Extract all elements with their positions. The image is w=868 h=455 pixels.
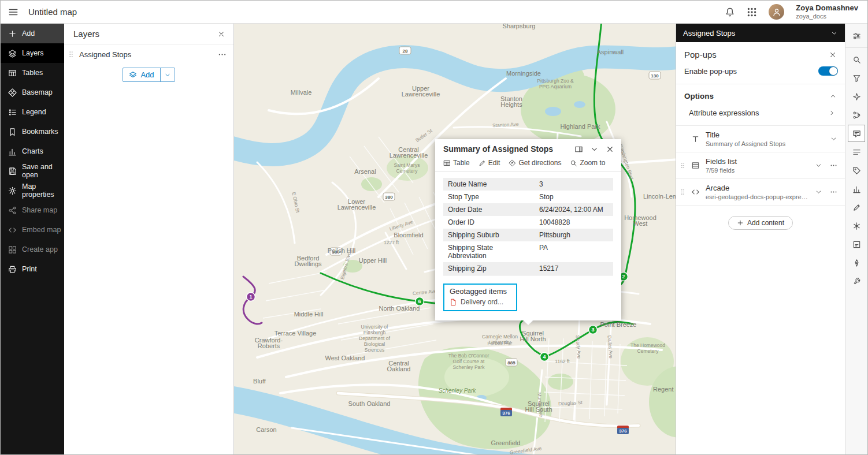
notifications-bell-icon[interactable] [725,7,735,17]
map-canvas[interactable]: 28130380380885376376 SharpsburgAspinwall… [234,24,677,454]
popup-action-label: Zoom to [580,159,605,167]
popup-close-icon[interactable] [606,145,614,154]
layer-context-header[interactable]: Assigned Stops [676,24,845,42]
layers-icon [8,49,17,58]
popup-field-row: Route Name3 [443,178,613,191]
tool-filter-icon[interactable] [848,69,865,87]
popup-content-item-arcade[interactable]: Arcadeesri-geotagged-docs-popup-expressi… [676,179,845,206]
pencil-icon [478,159,486,167]
sidebar-item-legend[interactable]: Legend [1,102,64,122]
app-icon [8,245,17,254]
popup-content-item-fields-list[interactable]: Fields list7/59 fields [676,152,845,179]
stop-marker-6[interactable]: 6 [416,297,424,306]
chevron-right-icon [828,109,836,117]
sidebar-item-map-properties[interactable]: Map properties [1,181,64,200]
item-options-ellipsis-icon[interactable] [827,162,840,169]
app-launcher-grid-icon[interactable] [747,7,757,17]
chevron-down-icon[interactable] [827,135,840,143]
sidebar-item-print[interactable]: Print [1,259,64,279]
add-layer-dropdown-chevron-icon[interactable] [161,68,175,81]
sidebar-item-layers[interactable]: Layers [1,43,64,63]
tool-utilities-icon[interactable] [848,273,865,290]
drag-handle-icon[interactable] [679,188,687,196]
popup-action-edit[interactable]: Edit [478,159,500,167]
item-options-ellipsis-icon[interactable] [827,188,840,196]
content-item-label: Arcade [706,184,810,192]
tool-charts-icon[interactable] [848,180,865,197]
road-label: Centre Ave [412,288,437,296]
tool-labels-icon[interactable] [848,162,865,179]
document-icon [450,299,457,306]
chevron-down-icon[interactable] [812,162,825,169]
top-bar: Untitled map Zoya Domashnev zoya_docs [1,1,867,24]
sidebar-item-basemap[interactable]: Basemap [1,83,64,102]
popups-panel-title: Pop-ups [684,50,717,59]
field-value: 15217 [535,262,613,275]
tool-sketch-icon[interactable] [848,199,865,216]
sidebar-item-share-map: Share map [1,200,64,220]
layers-panel-close-icon[interactable] [217,30,225,38]
stop-marker-4[interactable]: 4 [540,353,549,361]
layer-options-ellipsis-icon[interactable] [218,50,227,59]
sidebar-item-add[interactable]: Add [1,24,64,43]
tool-aggregation-icon[interactable] [848,106,865,124]
sidebar-item-label: Bookmarks [22,128,58,136]
popup-collapse-chevron-icon[interactable] [590,145,599,154]
hamburger-menu-icon[interactable] [1,1,26,24]
enable-popups-toggle[interactable] [818,66,838,76]
sidebar-item-label: Add [22,29,35,38]
sidebar-item-charts[interactable]: Charts [1,141,64,161]
drag-handle-icon[interactable] [679,162,687,169]
popup-title: Summary of Assigned Stops [443,144,574,154]
layer-row-assigned-stops[interactable]: Assigned Stops [64,44,233,64]
geotagged-item-link[interactable]: Delivery ord... [450,298,511,306]
options-section-header[interactable]: Options [676,84,845,105]
tool-pop-ups-icon[interactable] [848,125,865,142]
field-label: Shipping Zip [443,262,535,275]
popups-panel-close-icon[interactable] [829,51,837,59]
popup-dock-icon[interactable] [574,145,583,154]
add-content-button[interactable]: Add content [728,216,793,230]
tool-forms-icon[interactable] [848,236,865,253]
sidebar-item-tables[interactable]: Tables [1,63,64,83]
tool-effects-icon[interactable] [848,88,865,105]
sidebar-item-bookmarks[interactable]: Bookmarks [1,122,64,141]
map-label: Lincoln-Leming... [643,193,677,200]
popup-field-row: Stop TypeStop [443,191,613,203]
title-T-icon [689,135,702,143]
attribute-expressions-row[interactable]: Attribute expressions [676,105,845,126]
tool-analysis-icon[interactable] [848,217,865,234]
add-layer-button-label: Add [140,70,154,79]
add-content-label: Add content [747,219,784,227]
drag-handle-icon[interactable] [67,50,76,58]
popup-header: Summary of Assigned Stops [435,139,621,156]
popup-action-get-directions[interactable]: Get directions [509,159,561,167]
sidebar-item-label: Print [22,265,37,273]
sidebar-item-save-and-open[interactable]: Save and open [1,161,64,181]
sidebar-item-label: Tables [22,69,43,77]
popup-action-zoom-to[interactable]: Zoom to [570,159,605,167]
map-label: North Oakland [379,305,420,312]
tool-fields-icon[interactable] [848,143,865,161]
popup-action-table[interactable]: Table [443,159,470,167]
road-label: Forbes Ave [487,340,512,346]
tool-item-details-icon[interactable] [848,51,865,68]
tool-annotate-icon[interactable] [848,254,865,271]
chevron-down-icon[interactable] [812,188,825,196]
add-layer-button[interactable]: Add [123,68,160,81]
popup-field-row: Order Date6/24/2024, 12:00 AM [443,203,613,216]
stop-marker-3[interactable]: 3 [589,326,598,334]
stop-marker-1[interactable]: 1 [247,293,255,301]
map-label: 1227 ft [384,240,399,245]
highway-shield: 28 [399,47,411,54]
field-value: 3 [535,178,613,191]
content-item-label: Fields list [706,157,810,166]
popup-content-item-title[interactable]: TitleSummary of Assigned Stops [676,126,845,152]
embed-icon [8,226,17,234]
popups-panel-title-row: Pop-ups [676,42,845,65]
directions-icon [509,159,516,167]
map-label: Highland Park [560,123,600,130]
highway-shield: 885 [506,359,517,366]
tool-properties-icon[interactable] [848,27,865,44]
user-avatar[interactable] [769,4,784,20]
